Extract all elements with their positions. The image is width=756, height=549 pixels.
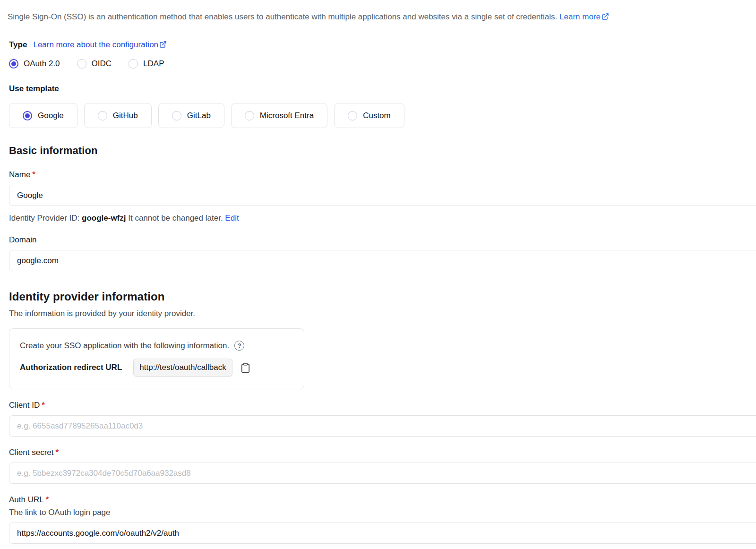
radio-selected-icon: [23, 111, 32, 120]
client-secret-input[interactable]: [9, 463, 756, 484]
sso-description: Single Sign-On (SSO) is an authenticatio…: [8, 11, 756, 22]
redirect-url-row: Authorization redirect URL http://test/o…: [20, 359, 293, 377]
radio-unselected-icon: [77, 59, 86, 69]
domain-input[interactable]: [9, 250, 756, 271]
required-marker: *: [42, 401, 45, 410]
sso-settings-page: Single Sign-On (SSO) is an authenticatio…: [0, 0, 756, 544]
template-option-microsoft-entra[interactable]: Microsoft Entra: [231, 103, 327, 128]
client-secret-label: Client secret*: [9, 448, 756, 457]
radio-unselected-icon: [98, 111, 107, 120]
use-template-label: Use template: [9, 84, 756, 94]
radio-unselected-icon: [129, 59, 138, 69]
sso-description-text: Single Sign-On (SSO) is an authenticatio…: [8, 12, 557, 21]
template-option-label: Custom: [363, 111, 391, 120]
copy-to-clipboard-button[interactable]: [240, 361, 251, 374]
callout-header: Create your SSO application with the fol…: [20, 341, 293, 351]
idp-information-heading: Identity provider information: [9, 290, 756, 303]
type-header: Type Learn more about the configuration: [9, 40, 756, 50]
configuration-doc-link[interactable]: Learn more about the configuration: [33, 40, 167, 50]
configuration-doc-label: Learn more about the configuration: [33, 40, 158, 49]
basic-information-heading: Basic information: [9, 145, 756, 157]
auth-url-label: Auth URL*: [9, 495, 756, 505]
clipboard-icon: [240, 362, 251, 374]
radio-unselected-icon: [172, 111, 181, 120]
template-option-google[interactable]: Google: [9, 103, 77, 128]
callout-text: Create your SSO application with the fol…: [20, 341, 229, 351]
required-marker: *: [55, 448, 59, 457]
type-option-ldap[interactable]: LDAP: [129, 59, 164, 69]
template-option-label: Google: [38, 111, 64, 120]
type-option-label: LDAP: [143, 59, 164, 69]
learn-more-link[interactable]: Learn more: [559, 12, 609, 21]
identity-provider-id-line: Identity Provider ID: google-wfzj It can…: [9, 214, 756, 223]
type-radio-group: OAuth 2.0 OIDC LDAP: [9, 59, 756, 69]
redirect-url-value: http://test/oauth/callback: [133, 359, 232, 377]
domain-label: Domain: [9, 235, 756, 245]
name-label-text: Name: [9, 170, 30, 179]
radio-selected-icon: [9, 59, 18, 69]
required-marker: *: [32, 170, 35, 179]
template-option-github[interactable]: GitHub: [84, 103, 152, 128]
template-option-label: Microsoft Entra: [260, 111, 314, 120]
idp-information-subtitle: The information is provided by your iden…: [9, 309, 756, 318]
client-id-label-text: Client ID: [9, 401, 40, 410]
auth-url-input[interactable]: [9, 523, 756, 544]
auth-url-label-text: Auth URL: [9, 495, 44, 504]
type-label: Type: [9, 40, 27, 50]
sso-application-callout: Create your SSO application with the fol…: [9, 328, 304, 389]
template-option-gitlab[interactable]: GitLab: [158, 103, 224, 128]
idp-id-value: google-wfzj: [82, 214, 126, 223]
external-link-icon: [159, 41, 167, 48]
client-id-input[interactable]: [9, 415, 756, 437]
learn-more-label: Learn more: [559, 12, 601, 21]
external-link-icon: [601, 13, 609, 20]
help-icon[interactable]: ?: [234, 341, 244, 351]
template-card-group: Google GitHub GitLab Microsoft Entra Cus…: [9, 103, 756, 128]
radio-unselected-icon: [348, 111, 357, 120]
name-input[interactable]: [9, 185, 756, 206]
type-option-label: OIDC: [92, 59, 112, 69]
type-option-oidc[interactable]: OIDC: [77, 59, 112, 69]
client-secret-label-text: Client secret: [9, 448, 53, 457]
radio-unselected-icon: [245, 111, 254, 120]
idp-id-suffix: It cannot be changed later.: [128, 214, 223, 223]
type-option-label: OAuth 2.0: [24, 59, 60, 69]
template-option-custom[interactable]: Custom: [334, 103, 404, 128]
template-option-label: GitHub: [113, 111, 138, 120]
name-label: Name*: [9, 170, 756, 180]
idp-id-prefix: Identity Provider ID:: [9, 214, 79, 223]
template-option-label: GitLab: [187, 111, 211, 120]
auth-url-description: The link to OAuth login page: [9, 508, 756, 517]
client-id-label: Client ID*: [9, 401, 756, 410]
redirect-url-label: Authorization redirect URL: [20, 363, 122, 372]
required-marker: *: [46, 495, 49, 504]
edit-idp-id-link[interactable]: Edit: [225, 214, 239, 223]
type-option-oauth2[interactable]: OAuth 2.0: [9, 59, 60, 69]
